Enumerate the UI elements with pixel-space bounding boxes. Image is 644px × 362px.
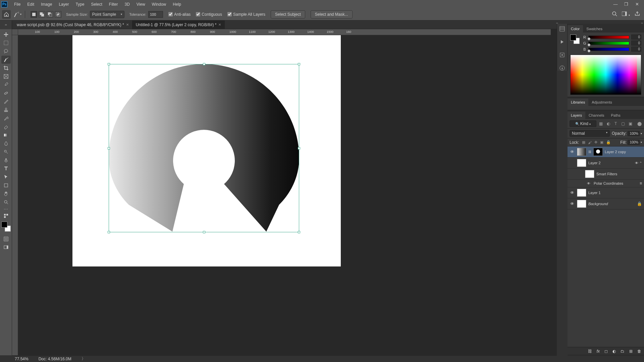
visibility-toggle[interactable]: 👁 xyxy=(570,190,575,195)
dock-collapse-handle[interactable]: ‹‹ xyxy=(556,21,558,25)
quick-mask-toggle[interactable] xyxy=(1,235,11,243)
history-brush-tool[interactable] xyxy=(1,114,11,122)
share-icon[interactable] xyxy=(635,11,640,17)
menu-view[interactable]: View xyxy=(133,1,149,8)
lasso-tool[interactable] xyxy=(1,47,11,55)
layer-row[interactable]: Smart Filters xyxy=(568,169,644,180)
lock-artboard-icon[interactable]: ▣ xyxy=(600,140,603,144)
brush-tool[interactable] xyxy=(1,98,11,106)
layer-thumbnail[interactable] xyxy=(577,159,586,167)
g-slider[interactable] xyxy=(588,42,629,45)
fill-input[interactable]: 100% xyxy=(628,140,640,145)
selection-subtract[interactable] xyxy=(47,11,53,18)
swatches-tab[interactable]: Swatches xyxy=(583,25,606,33)
color-tab[interactable]: Color xyxy=(568,25,583,33)
select-and-mask-button[interactable]: Select and Mask... xyxy=(311,10,353,18)
select-subject-button[interactable]: Select Subject xyxy=(271,10,305,18)
layer-name[interactable]: Background xyxy=(588,202,608,206)
menu-help[interactable]: Help xyxy=(169,1,184,8)
marquee-tool[interactable] xyxy=(1,39,11,47)
restore-button[interactable]: ❐ xyxy=(624,2,629,7)
canvas-viewport[interactable] xyxy=(18,35,551,355)
new-group-icon[interactable]: 🗀 xyxy=(621,349,625,354)
color-spectrum[interactable] xyxy=(570,55,641,95)
close-tab-icon[interactable]: ✕ xyxy=(218,23,221,26)
more-tools[interactable]: ⋯ xyxy=(4,206,8,212)
filter-pixel-icon[interactable]: ▦ xyxy=(598,121,604,126)
sample-size-select[interactable]: Point Sample▾ xyxy=(90,11,124,18)
sample-all-checkbox[interactable]: Sample All Layers xyxy=(227,12,265,17)
tolerance-input[interactable] xyxy=(148,11,163,18)
b-slider[interactable] xyxy=(588,48,629,51)
layer-row[interactable]: Layer 2👁 ⌃ xyxy=(568,158,644,169)
lock-position-icon[interactable]: ✥ xyxy=(594,140,597,144)
color-swatches[interactable] xyxy=(1,222,11,232)
layer-name[interactable]: Layer 1 xyxy=(588,191,601,195)
color-fgbg-swatch[interactable] xyxy=(570,35,580,44)
layer-name[interactable]: Smart Filters xyxy=(596,172,617,176)
move-tool[interactable] xyxy=(1,31,11,39)
layer-name[interactable]: Layer 2 xyxy=(588,161,601,165)
filter-smart-icon[interactable]: ▣ xyxy=(628,121,633,126)
actions-panel-icon[interactable] xyxy=(559,39,565,46)
edit-toolbar[interactable] xyxy=(1,212,11,220)
menu-type[interactable]: Type xyxy=(72,1,88,8)
healing-tool[interactable] xyxy=(1,89,11,97)
delete-layer-icon[interactable]: 🗑 xyxy=(637,349,641,354)
document-tab[interactable]: wave script.psb @ 92.6% (Cust Shape 46, … xyxy=(13,20,132,29)
contiguous-checkbox[interactable]: Contiguous xyxy=(196,12,222,17)
channels-tab[interactable]: Channels xyxy=(585,112,607,119)
layer-mask-thumbnail[interactable] xyxy=(593,148,603,156)
screen-mode-toggle[interactable] xyxy=(1,243,11,251)
hand-tool[interactable] xyxy=(1,190,11,198)
status-chevron[interactable]: 〉 xyxy=(82,356,86,362)
type-tool[interactable] xyxy=(1,165,11,173)
menu-filter[interactable]: Filter xyxy=(106,1,121,8)
visibility-toggle[interactable]: 👁 xyxy=(570,149,575,154)
r-slider[interactable] xyxy=(588,36,629,39)
antialias-checkbox[interactable]: Anti-alias xyxy=(168,12,191,17)
blur-tool[interactable] xyxy=(1,139,11,147)
ruler-horizontal[interactable]: 1001002003004005006007008009001000110012… xyxy=(18,29,551,35)
add-mask-icon[interactable]: ◻ xyxy=(604,349,608,354)
pen-tool[interactable] xyxy=(1,156,11,164)
new-fill-icon[interactable]: ◐ xyxy=(612,349,616,354)
layer-thumbnail[interactable] xyxy=(585,170,594,178)
paths-tab[interactable]: Paths xyxy=(608,112,624,119)
close-button[interactable]: ✕ xyxy=(635,2,639,7)
layer-name[interactable]: Polar Coordinates xyxy=(594,181,623,185)
menu-3d[interactable]: 3D xyxy=(121,1,133,8)
layer-thumbnail[interactable] xyxy=(577,148,586,156)
lock-transparency-icon[interactable]: ▦ xyxy=(582,140,585,144)
filter-toggle[interactable]: ⬤ xyxy=(637,121,642,126)
visibility-toggle[interactable]: 👁 xyxy=(570,201,575,206)
menu-layer[interactable]: Layer xyxy=(55,1,72,8)
home-button[interactable] xyxy=(2,10,11,19)
info-panel-icon[interactable] xyxy=(559,65,565,72)
zoom-level[interactable]: 77.54% xyxy=(15,357,29,361)
selection-new[interactable] xyxy=(31,11,37,18)
dodge-tool[interactable] xyxy=(1,148,11,156)
gradient-tool[interactable] xyxy=(1,131,11,139)
layer-thumbnail[interactable] xyxy=(577,189,586,197)
layers-tab[interactable]: Layers xyxy=(568,112,585,119)
opacity-input[interactable]: 100% xyxy=(628,131,640,136)
filter-shape-icon[interactable]: ▢ xyxy=(621,121,626,126)
history-panel-icon[interactable] xyxy=(559,26,565,33)
blend-mode-select[interactable]: Normal ▾ xyxy=(570,130,610,137)
menu-select[interactable]: Select xyxy=(88,1,105,8)
filter-adjust-icon[interactable]: ◐ xyxy=(606,121,611,126)
workspace-switcher-icon[interactable]: ▾ xyxy=(622,11,630,17)
menu-window[interactable]: Window xyxy=(149,1,170,8)
layer-row[interactable]: 👁Layer 1 xyxy=(568,187,644,198)
link-layers-icon[interactable]: ⛓ xyxy=(588,349,592,354)
layer-filter-kind[interactable]: 🔍 Kind ▾ xyxy=(570,120,596,127)
path-select-tool[interactable] xyxy=(1,173,11,181)
ruler-vertical[interactable] xyxy=(12,35,18,355)
lock-pixels-icon[interactable]: 🖌 xyxy=(588,140,592,144)
frame-tool[interactable] xyxy=(1,72,11,80)
close-tab-icon[interactable]: ✕ xyxy=(126,23,129,26)
layer-row[interactable]: 👁Background🔒 xyxy=(568,198,644,209)
layer-row[interactable]: 👁⛓Layer 2 copy xyxy=(568,146,644,158)
properties-panel-icon[interactable] xyxy=(559,52,565,59)
